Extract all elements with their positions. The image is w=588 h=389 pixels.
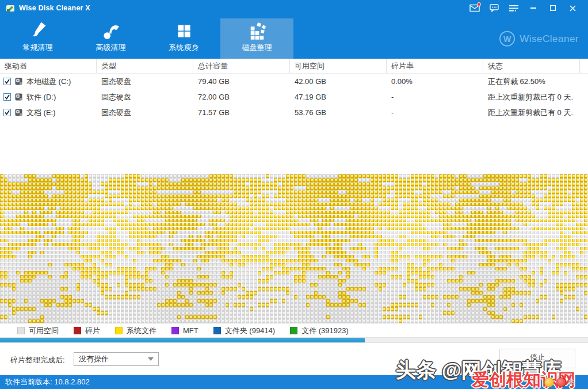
check-icon bbox=[4, 78, 10, 85]
disk-icon bbox=[15, 78, 22, 85]
tab-label: 系统瘦身 bbox=[169, 43, 199, 53]
mail-button[interactable] bbox=[465, 0, 484, 16]
after-defrag-label: 碎片整理完成后: bbox=[10, 355, 65, 365]
drive-frag: - bbox=[387, 105, 483, 120]
row-spacer bbox=[580, 74, 588, 89]
logo-circle: W bbox=[499, 31, 515, 47]
drive-checkbox[interactable] bbox=[3, 109, 11, 116]
maximize-icon bbox=[550, 5, 556, 11]
medal-badge-icon bbox=[544, 377, 554, 387]
column-header-type[interactable]: 类型 bbox=[97, 59, 193, 73]
close-icon bbox=[570, 5, 576, 12]
drive-free: 47.19 GB bbox=[290, 89, 387, 105]
defrag-map bbox=[0, 174, 588, 323]
tab-disk-defrag[interactable]: 磁盘整理 bbox=[220, 18, 293, 59]
legend-item-free: 可用空间 bbox=[17, 326, 59, 336]
drive-total: 71.57 GB bbox=[193, 105, 290, 120]
drive-name: 软件 (D:) bbox=[26, 92, 56, 102]
legend-swatch bbox=[74, 327, 81, 334]
version-text: 软件当前版本: 10.8.2.802 bbox=[5, 377, 90, 387]
badge-text: 粘 bbox=[568, 378, 575, 387]
progress-fill bbox=[0, 338, 365, 342]
app-icon bbox=[6, 3, 15, 13]
row-spacer bbox=[580, 105, 588, 120]
app-window: Wise Disk Cleaner X bbox=[0, 0, 588, 389]
chat-icon bbox=[490, 4, 499, 12]
drive-status: 距上次重新剪裁已有 0 天. bbox=[483, 105, 580, 120]
drive-total: 79.40 GB bbox=[193, 74, 290, 89]
legend-swatch bbox=[213, 327, 221, 334]
legend-swatch bbox=[115, 327, 123, 334]
defrag-blocks-icon bbox=[247, 18, 268, 43]
tab-label: 高级清理 bbox=[96, 43, 126, 53]
drive-status: 正在剪裁 62.50% bbox=[483, 74, 580, 89]
defrag-map-area bbox=[0, 174, 588, 323]
tab-advanced-clean[interactable]: 高级清理 bbox=[74, 18, 147, 59]
watermark-badges: 粘 bbox=[544, 377, 575, 387]
column-header-free[interactable]: 可用空间 bbox=[290, 59, 387, 73]
after-action-value: 没有操作 bbox=[79, 354, 109, 364]
tab-label: 磁盘整理 bbox=[242, 43, 272, 53]
legend-item-folders: 文件夹 (99414) bbox=[213, 326, 275, 336]
disk-icon bbox=[15, 109, 22, 116]
after-action-select[interactable]: 没有操作 bbox=[74, 352, 159, 366]
face-badge-icon bbox=[556, 377, 566, 387]
drive-free: 42.00 GB bbox=[290, 74, 387, 89]
feedback-button[interactable] bbox=[484, 0, 504, 16]
table-row[interactable]: 软件 (D:) 固态硬盘 72.00 GB 47.19 GB - 距上次重新剪裁… bbox=[0, 89, 588, 105]
legend-label: MFT bbox=[183, 326, 198, 335]
legend-label: 可用空间 bbox=[29, 326, 59, 336]
drive-checkbox[interactable] bbox=[3, 93, 11, 101]
drive-type: 固态硬盘 bbox=[97, 89, 193, 105]
column-header-status[interactable]: 状态 bbox=[483, 59, 580, 73]
legend-item-files: 文件 (391923) bbox=[290, 326, 349, 336]
minimize-icon bbox=[530, 7, 536, 9]
tab-system-slim[interactable]: 系统瘦身 bbox=[147, 18, 220, 59]
menu-button[interactable] bbox=[504, 0, 524, 16]
legend-item-mft: MFT bbox=[171, 326, 198, 335]
logo-text: WiseCleaner bbox=[520, 33, 579, 44]
drive-status: 距上次重新剪裁已有 0 天. bbox=[483, 89, 580, 105]
legend-swatch bbox=[171, 327, 179, 334]
legend-item-system: 系统文件 bbox=[115, 326, 156, 336]
column-header-frag[interactable]: 碎片率 bbox=[387, 59, 483, 73]
defrag-progress-bar bbox=[0, 337, 588, 343]
legend-label: 系统文件 bbox=[127, 326, 156, 336]
drive-checkbox[interactable] bbox=[3, 78, 11, 85]
toolbar: 常规清理 高级清理 系统瘦身 bbox=[0, 16, 588, 59]
legend-label: 文件夹 (99414) bbox=[225, 326, 275, 336]
column-header-total[interactable]: 总计容量 bbox=[193, 59, 290, 73]
drive-frag: 0.00% bbox=[387, 74, 483, 89]
check-icon bbox=[4, 109, 10, 116]
row-spacer bbox=[580, 89, 588, 105]
column-header-drive[interactable]: 驱动器 bbox=[0, 59, 97, 73]
drive-type: 固态硬盘 bbox=[97, 105, 193, 120]
drive-table-header: 驱动器 类型 总计容量 可用空间 碎片率 状态 bbox=[0, 59, 588, 74]
disk-icon bbox=[15, 93, 22, 101]
drive-name: 本地磁盘 (C:) bbox=[26, 77, 71, 87]
drive-total: 72.00 GB bbox=[193, 89, 290, 105]
menu-icon bbox=[509, 5, 518, 12]
column-header-spacer bbox=[580, 59, 588, 73]
table-row[interactable]: 文档 (E:) 固态硬盘 71.57 GB 53.76 GB - 距上次重新剪裁… bbox=[0, 105, 588, 120]
map-legend: 可用空间 碎片 系统文件 MFT 文件夹 (99414) 文件 (391923) bbox=[0, 323, 588, 337]
legend-item-fragment: 碎片 bbox=[74, 326, 100, 336]
empty-area bbox=[0, 120, 588, 174]
minimize-button[interactable] bbox=[524, 0, 543, 16]
table-row[interactable]: 本地磁盘 (C:) 固态硬盘 79.40 GB 42.00 GB 0.00% 正… bbox=[0, 74, 588, 89]
titlebar: Wise Disk Cleaner X bbox=[0, 0, 588, 16]
drive-frag: - bbox=[387, 89, 483, 105]
drive-name: 文档 (E:) bbox=[26, 108, 56, 118]
close-button[interactable] bbox=[563, 0, 582, 16]
tab-label: 常规清理 bbox=[23, 43, 53, 53]
vacuum-icon bbox=[101, 18, 121, 43]
notification-dot bbox=[477, 2, 481, 6]
tab-common-clean[interactable]: 常规清理 bbox=[1, 18, 74, 59]
legend-swatch bbox=[290, 327, 297, 334]
legend-label: 碎片 bbox=[85, 326, 100, 336]
brush-icon bbox=[28, 18, 48, 43]
legend-label: 文件 (391923) bbox=[301, 326, 349, 336]
wisecleaner-logo: W WiseCleaner bbox=[499, 31, 579, 47]
drive-type: 固态硬盘 bbox=[97, 74, 193, 89]
maximize-button[interactable] bbox=[543, 0, 563, 16]
